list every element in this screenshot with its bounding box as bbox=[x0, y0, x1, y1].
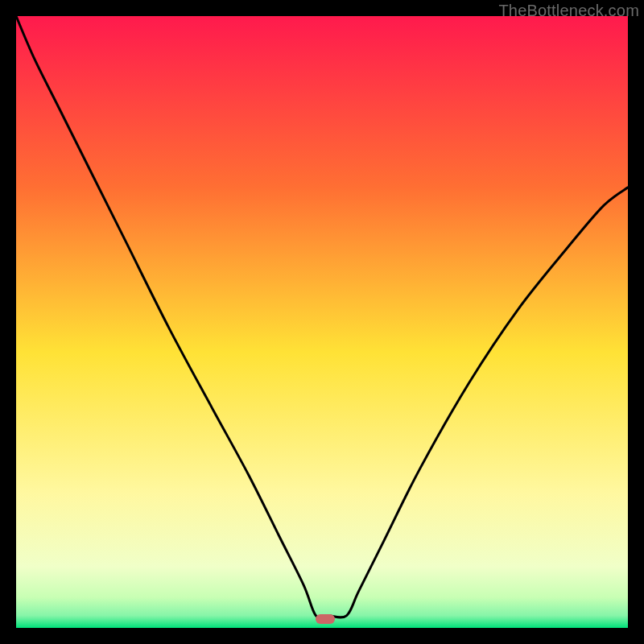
optimal-point-marker bbox=[316, 614, 335, 624]
chart-frame: TheBottleneck.com bbox=[0, 0, 644, 644]
heatmap-gradient-background bbox=[16, 16, 628, 628]
svg-rect-0 bbox=[16, 16, 628, 628]
plot-area bbox=[16, 16, 628, 628]
